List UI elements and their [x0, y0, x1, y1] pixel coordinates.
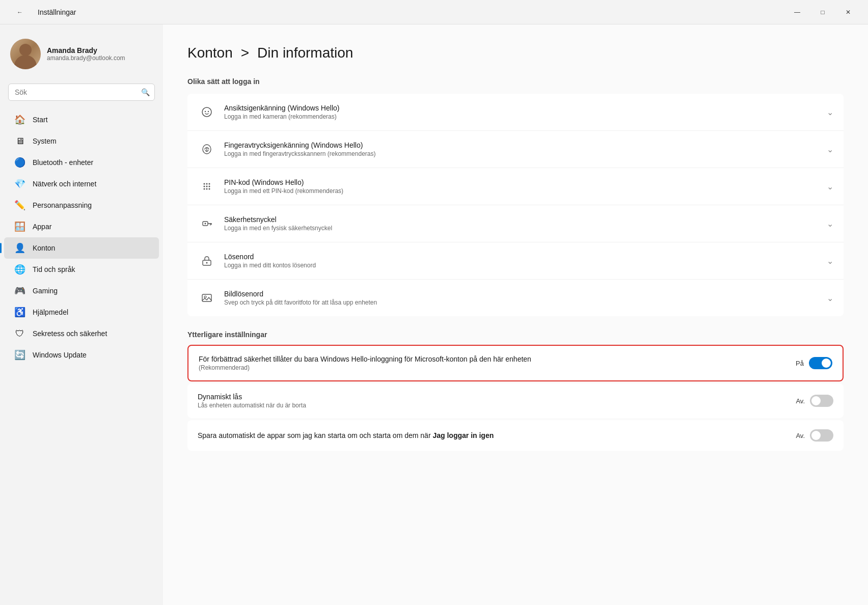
close-button[interactable]: ✕	[836, 4, 860, 20]
maximize-button[interactable]: □	[811, 4, 834, 20]
svg-point-12	[206, 188, 208, 190]
toggle-label-dynamic-lock: Av.	[796, 397, 805, 405]
nav-label-accounts: Konton	[33, 244, 55, 252]
toggle-text-hello-only: För förbättrad säkerhet tillåter du bara…	[199, 355, 796, 371]
sidebar-item-start[interactable]: 🏠 Start	[4, 109, 159, 130]
minimize-button[interactable]: —	[785, 4, 809, 20]
login-subtitle-face: Logga in med kameran (rekommenderas)	[224, 113, 827, 120]
nav-label-privacy: Sekretess och säkerhet	[33, 329, 107, 338]
sidebar-item-privacy[interactable]: 🛡 Sekretess och säkerhet	[4, 323, 159, 344]
sidebar-item-time[interactable]: 🌐 Tid och språk	[4, 259, 159, 280]
login-icon-password	[198, 252, 216, 270]
sidebar-item-gaming[interactable]: 🎮 Gaming	[4, 280, 159, 301]
nav-icon-gaming: 🎮	[14, 285, 25, 296]
sidebar-item-bluetooth[interactable]: 🔵 Bluetooth - enheter	[4, 152, 159, 173]
svg-point-18	[205, 223, 206, 225]
toggle-slider-dynamic-lock	[810, 395, 833, 407]
login-text-fingerprint: Fingeravtrycksigenkänning (Windows Hello…	[224, 141, 827, 157]
svg-point-7	[209, 183, 210, 185]
toggle-row-hello-only: För förbättrad säkerhet tillåter du bara…	[188, 346, 843, 380]
nav-icon-privacy: 🛡	[14, 328, 25, 339]
svg-point-6	[206, 183, 208, 185]
titlebar: ← Inställningar — □ ✕	[0, 0, 868, 24]
toggle-title-auto-restart: Spara automatiskt de appar som jag kan s…	[198, 431, 796, 439]
svg-point-13	[209, 188, 210, 190]
nav-icon-time: 🌐	[14, 264, 25, 275]
sidebar-item-apps[interactable]: 🪟 Appar	[4, 216, 159, 237]
toggle-row-auto-restart: Spara automatiskt de appar som jag kan s…	[187, 420, 844, 451]
chevron-icon-key: ⌄	[827, 219, 833, 229]
login-method-key[interactable]: Säkerhetsnyckel Logga in med en fysisk s…	[187, 205, 844, 242]
nav-label-network: Nätverk och internet	[33, 180, 96, 188]
search-input[interactable]	[8, 84, 155, 101]
svg-point-9	[206, 186, 208, 187]
sidebar-item-update[interactable]: 🔄 Windows Update	[4, 344, 159, 366]
toggle-title-hello-only: För förbättrad säkerhet tillåter du bara…	[199, 355, 796, 363]
back-button[interactable]: ←	[8, 4, 32, 20]
sidebar-item-network[interactable]: 💎 Nätverk och internet	[4, 173, 159, 195]
sidebar: Amanda Brady amanda.brady@outlook.com 🔍 …	[0, 24, 163, 605]
login-icon-face	[198, 103, 216, 121]
login-method-pin[interactable]: PIN-kod (Windows Hello) Logga in med ett…	[187, 168, 844, 205]
login-icon-picture	[198, 289, 216, 307]
login-text-face: Ansiktsigenkänning (Windows Hello) Logga…	[224, 104, 827, 120]
toggle-hello-only[interactable]	[809, 357, 832, 369]
login-subtitle-key: Logga in med en fysisk säkerhetsnyckel	[224, 225, 827, 232]
sidebar-item-accounts[interactable]: 👤 Konton	[4, 237, 159, 259]
nav-label-personalization: Personanpassning	[33, 201, 92, 209]
nav-label-system: System	[33, 137, 57, 145]
login-text-pin: PIN-kod (Windows Hello) Logga in med ett…	[224, 178, 827, 195]
toggle-dynamic-lock[interactable]	[810, 395, 833, 407]
login-title-password: Lösenord	[224, 253, 827, 261]
login-method-fingerprint[interactable]: Fingeravtrycksigenkänning (Windows Hello…	[187, 131, 844, 168]
svg-rect-21	[202, 294, 211, 301]
svg-point-2	[208, 111, 209, 112]
breadcrumb-separator: >	[241, 45, 249, 61]
search-box: 🔍	[8, 84, 155, 101]
avatar-image	[10, 39, 41, 69]
nav-icon-apps: 🪟	[14, 221, 25, 232]
login-method-face[interactable]: Ansiktsigenkänning (Windows Hello) Logga…	[187, 94, 844, 131]
toggle-auto-restart[interactable]	[810, 429, 833, 442]
svg-point-1	[205, 111, 206, 112]
nav-label-apps: Appar	[33, 223, 51, 231]
toggle-label-auto-restart: Av.	[796, 432, 805, 439]
nav-label-accessibility: Hjälpmedel	[33, 308, 68, 316]
additional-settings-container: För förbättrad säkerhet tillåter du bara…	[187, 345, 844, 451]
svg-point-22	[204, 296, 206, 298]
login-text-key: Säkerhetsnyckel Logga in med en fysisk s…	[224, 215, 827, 232]
nav-icon-bluetooth: 🔵	[14, 157, 25, 168]
nav-icon-start: 🏠	[14, 114, 25, 125]
sidebar-item-personalization[interactable]: ✏️ Personanpassning	[4, 195, 159, 216]
login-section-title: Olika sätt att logga in	[187, 77, 844, 86]
user-info: Amanda Brady amanda.brady@outlook.com	[47, 46, 125, 62]
toggle-subtitle-dynamic-lock: Lås enheten automatiskt när du är borta	[198, 402, 796, 409]
nav-label-start: Start	[33, 116, 48, 124]
svg-point-10	[209, 186, 210, 187]
toggle-slider-hello-only	[809, 357, 832, 369]
sidebar-item-accessibility[interactable]: ♿ Hjälpmedel	[4, 301, 159, 323]
nav-icon-network: 💎	[14, 178, 25, 189]
breadcrumb: Konton	[187, 45, 233, 61]
nav-label-bluetooth: Bluetooth - enheter	[33, 158, 93, 167]
login-icon-fingerprint	[198, 140, 216, 158]
login-text-password: Lösenord Logga in med ditt kontos löseno…	[224, 253, 827, 269]
login-method-picture[interactable]: Bildlösenord Svep och tryck på ditt favo…	[187, 280, 844, 316]
nav-items: 🏠 Start 🖥 System 🔵 Bluetooth - enheter 💎…	[0, 109, 163, 366]
toggle-subtitle-hello-only: (Rekommenderad)	[199, 364, 796, 371]
avatar	[10, 39, 41, 69]
login-title-face: Ansiktsigenkänning (Windows Hello)	[224, 104, 827, 112]
sidebar-item-system[interactable]: 🖥 System	[4, 130, 159, 152]
toggle-slider-auto-restart	[810, 429, 833, 442]
login-method-password[interactable]: Lösenord Logga in med ditt kontos löseno…	[187, 242, 844, 280]
toggle-text-auto-restart: Spara automatiskt de appar som jag kan s…	[198, 431, 796, 439]
nav-label-gaming: Gaming	[33, 287, 58, 295]
user-name: Amanda Brady	[47, 46, 125, 54]
svg-point-5	[204, 183, 205, 185]
chevron-icon-fingerprint: ⌄	[827, 145, 833, 154]
svg-point-11	[204, 188, 205, 190]
chevron-icon-face: ⌄	[827, 107, 833, 117]
nav-icon-personalization: ✏️	[14, 200, 25, 211]
window-controls: — □ ✕	[785, 4, 860, 20]
nav-icon-accounts: 👤	[14, 242, 25, 254]
